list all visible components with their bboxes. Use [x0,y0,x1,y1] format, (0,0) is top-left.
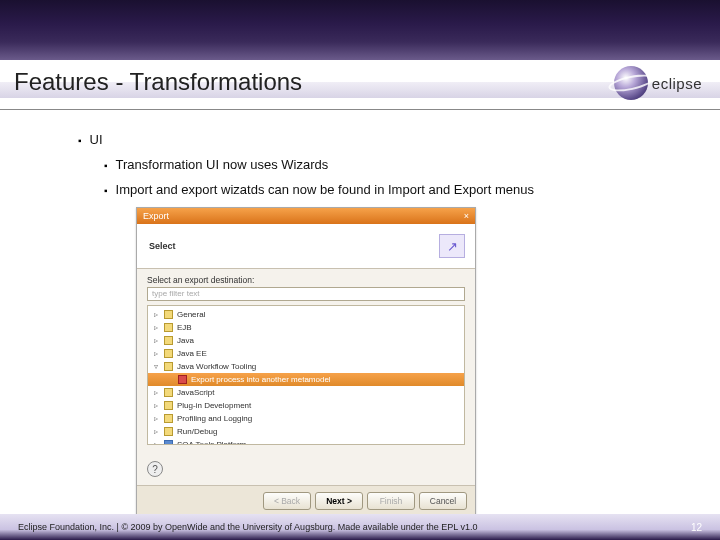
finish-button[interactable]: Finish [367,492,415,510]
tree-item: ▹EJB [148,321,464,334]
folder-icon [164,349,173,358]
slide-content: UI Transformation UI now uses Wizards Im… [0,110,720,517]
next-button[interactable]: Next > [315,492,363,510]
tree-item: ▹JavaScript [148,386,464,399]
slide-header: Features - Transformations eclipse [0,60,720,110]
tree-item: ▹General [148,308,464,321]
dialog-title: Export [143,211,169,221]
filter-placeholder-text: type filter text [152,289,200,298]
dest-label: Select an export destination: [147,275,465,285]
bullet-ui-text: UI [90,132,103,147]
footer-copyright: Eclipse Foundation, Inc. | © 2009 by Ope… [18,522,477,532]
close-icon[interactable]: × [464,211,469,221]
folder-icon [164,401,173,410]
page-number: 12 [691,522,702,533]
tree-item-selected: Export process into another metamodel [148,373,464,386]
folder-icon [164,362,173,371]
bullet-ui: UI Transformation UI now uses Wizards Im… [78,132,672,197]
dialog-banner-text: Select [149,241,176,251]
folder-icon [164,427,173,436]
back-button[interactable]: < Back [263,492,311,510]
eclipse-orb-icon [614,66,648,100]
dialog-titlebar: Export × [137,208,475,224]
export-tree[interactable]: ▹General ▹EJB ▹Java ▹Java EE ▿Java Workf… [147,305,465,445]
folder-icon [164,323,173,332]
tree-item: ▹Java [148,334,464,347]
folder-icon [164,388,173,397]
bullet-import-export: Import and export wizatds can now be fou… [104,182,672,197]
slide-footer: Eclipse Foundation, Inc. | © 2009 by Ope… [0,514,720,540]
tree-item: ▹Java EE [148,347,464,360]
folder-icon [164,310,173,319]
tree-item: ▹Plug-in Development [148,399,464,412]
file-icon [178,375,187,384]
slide-top-gradient [0,0,720,60]
export-icon: ↗ [439,234,465,258]
bullet-wizards-text: Transformation UI now uses Wizards [116,157,329,172]
folder-icon [164,414,173,423]
tree-item: ▹SOA Tools Platform [148,438,464,445]
folder-icon [164,336,173,345]
page-title: Features - Transformations [14,68,706,96]
file-icon [164,440,173,445]
bullet-import-export-text: Import and export wizatds can now be fou… [116,182,534,197]
dialog-button-bar: < Back Next > Finish Cancel [137,485,475,516]
filter-input[interactable]: type filter text [147,287,465,301]
bullet-wizards: Transformation UI now uses Wizards [104,157,672,172]
tree-item: ▹Profiling and Logging [148,412,464,425]
export-dialog-screenshot: Export × Select ↗ Select an export desti… [136,207,476,517]
dialog-banner: Select ↗ [137,224,475,269]
tree-item: ▿Java Workflow Tooling [148,360,464,373]
eclipse-logo-text: eclipse [652,75,702,92]
cancel-button[interactable]: Cancel [419,492,467,510]
help-icon[interactable]: ? [147,461,163,477]
tree-item: ▹Run/Debug [148,425,464,438]
eclipse-logo: eclipse [614,66,702,100]
